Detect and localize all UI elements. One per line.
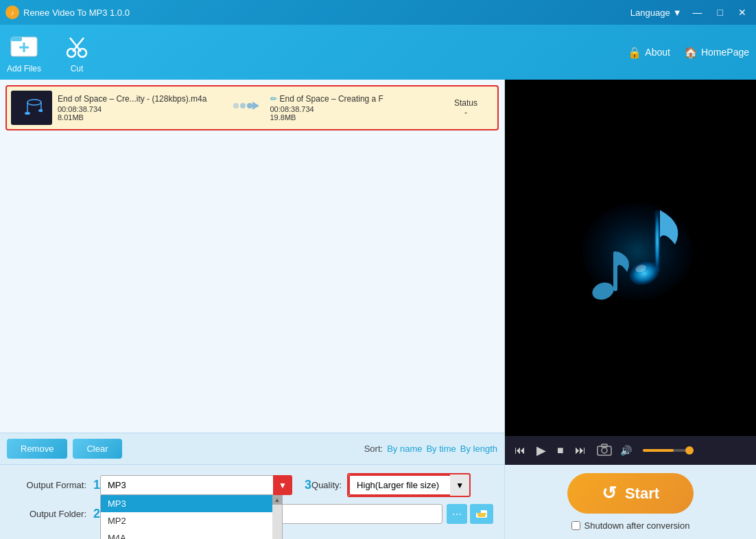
volume-knob [685,446,694,455]
step-1-badge: 1 [93,478,100,492]
format-row: Output Format: 1 ▼ MP3 MP2 M4A WMA AAC [11,473,493,497]
cut-button[interactable]: Cut [62,31,92,73]
add-files-button[interactable]: Add Files [7,31,41,73]
settings-panel: Output Format: 1 ▼ MP3 MP2 M4A WMA AAC [0,464,504,539]
homepage-button[interactable]: 🏠 HomePage [684,46,749,59]
maximize-button[interactable]: □ [713,5,727,19]
toolbar: Add Files Cut 🔒 About 🏠 HomePage [0,25,756,80]
output-file-name: ✏ End of Space – Creating a F [270,94,434,104]
remove-button[interactable]: Remove [7,439,67,459]
status-label: Status [438,98,493,108]
sort-by-name[interactable]: By name [387,444,422,454]
svg-point-14 [240,103,246,108]
status-value: - [438,108,493,117]
folder-open-button[interactable] [470,504,493,524]
bottom-controls: Remove Clear Sort: By name By time By le… [0,433,504,464]
shutdown-row: Shutdown after conversion [571,520,690,531]
title-bar-left: ♪ Renee Video To MP3 1.0.0 [5,5,130,19]
svg-point-8 [27,100,41,105]
cut-icon [62,31,92,61]
output-duration: 00:08:38.734 [270,105,434,113]
video-preview [505,80,756,436]
svg-rect-20 [654,210,660,272]
sort-label: Sort: [364,444,383,454]
output-size: 19.8MB [270,113,434,122]
refresh-icon: ↺ [602,483,617,504]
camera-button[interactable] [597,444,612,458]
svg-point-11 [25,112,30,115]
status-area: Status - [438,98,493,117]
volume-icon[interactable]: 🔊 [617,444,635,457]
quality-wrapper: Quality: High(Larger file size) Medium L… [311,473,471,497]
svg-point-12 [38,109,43,112]
lock-icon: 🔒 [628,46,641,59]
format-dropdown-arrow[interactable]: ▼ [273,475,292,495]
file-thumbnail [11,91,52,125]
add-files-label: Add Files [7,64,41,73]
start-label: Start [625,485,659,503]
start-button[interactable]: ↺ Start [567,473,694,514]
table-row: End of Space – Cre...ity - (128kbps).m4a… [5,85,499,130]
add-files-icon [9,31,39,61]
home-icon: 🏠 [684,46,698,59]
app-title: Renee Video To MP3 1.0.0 [23,8,130,18]
volume-track[interactable] [643,449,691,452]
format-input[interactable] [100,475,292,495]
title-bar-right: Language ▼ — □ ✕ [630,5,751,19]
output-file-info: ✏ End of Space – Creating a F 00:08:38.7… [270,94,434,122]
next-button[interactable]: ⏭ [572,443,589,458]
language-button[interactable]: Language ▼ [630,8,682,18]
convert-arrow-icon [232,98,259,118]
format-option-mp2[interactable]: MP2 [101,512,282,529]
folder-dots-button[interactable]: ⋯ [447,504,467,524]
svg-point-15 [247,103,252,108]
video-controls: ⏮ ▶ ■ ⏭ 🔊 [505,436,756,465]
format-select-container: ▼ MP3 MP2 M4A WMA AAC AC3 FLAC WAV [100,475,292,495]
toolbar-right: 🔒 About 🏠 HomePage [628,46,749,59]
quality-select-container: High(Larger file size) Medium Low(Smalle… [347,473,471,497]
app-icon: ♪ [5,5,19,19]
quality-label: Quality: [311,480,342,490]
scroll-up-icon[interactable]: ▲ [272,495,282,505]
play-button[interactable]: ▶ [534,441,549,459]
title-bar: ♪ Renee Video To MP3 1.0.0 Language ▼ — … [0,0,756,25]
step-2-badge: 2 [93,507,100,521]
format-label: Output Format: [11,480,86,490]
sort-by-time[interactable]: By time [426,444,456,454]
right-panel: ⏮ ▶ ■ ⏭ 🔊 ↺ Start [505,80,756,539]
close-button[interactable]: ✕ [734,5,751,19]
folder-label: Output Folder: [11,509,86,519]
prev-button[interactable]: ⏮ [512,443,528,458]
source-file-info: End of Space – Cre...ity - (128kbps).m4a… [58,94,221,122]
step-3-badge: 3 [305,478,311,492]
svg-rect-23 [613,251,617,291]
about-button[interactable]: 🔒 About [628,46,670,59]
format-option-m4a[interactable]: M4A [101,529,282,539]
source-size: 8.01MB [58,113,221,122]
source-duration: 00:08:38.734 [58,105,221,113]
source-file-name: End of Space – Cre...ity - (128kbps).m4a [58,94,221,104]
music-preview-icon [548,190,713,327]
svg-point-26 [602,448,607,453]
left-panel: End of Space – Cre...ity - (128kbps).m4a… [0,80,505,539]
minimize-button[interactable]: — [689,5,707,19]
quality-dropdown-arrow[interactable]: ▼ [450,474,469,496]
dropdown-scrollbar: ▲ [272,495,282,539]
cut-label: Cut [71,64,84,73]
sort-area: Sort: By name By time By length [364,444,497,454]
svg-rect-1 [11,37,22,41]
svg-rect-18 [476,510,481,513]
volume-fill [643,449,674,452]
stop-button[interactable]: ■ [554,443,567,458]
svg-rect-27 [602,444,607,447]
shutdown-checkbox[interactable] [571,521,580,530]
svg-point-13 [233,103,239,108]
format-option-mp3[interactable]: MP3 [101,495,282,512]
shutdown-label: Shutdown after conversion [584,520,690,531]
start-area: ↺ Start Shutdown after conversion [505,465,756,539]
clear-button[interactable]: Clear [73,439,121,459]
svg-marker-16 [252,102,259,110]
lang-dropdown-icon: ▼ [673,8,682,18]
sort-by-length[interactable]: By length [460,444,497,454]
file-list-area: End of Space – Cre...ity - (128kbps).m4a… [0,80,504,433]
